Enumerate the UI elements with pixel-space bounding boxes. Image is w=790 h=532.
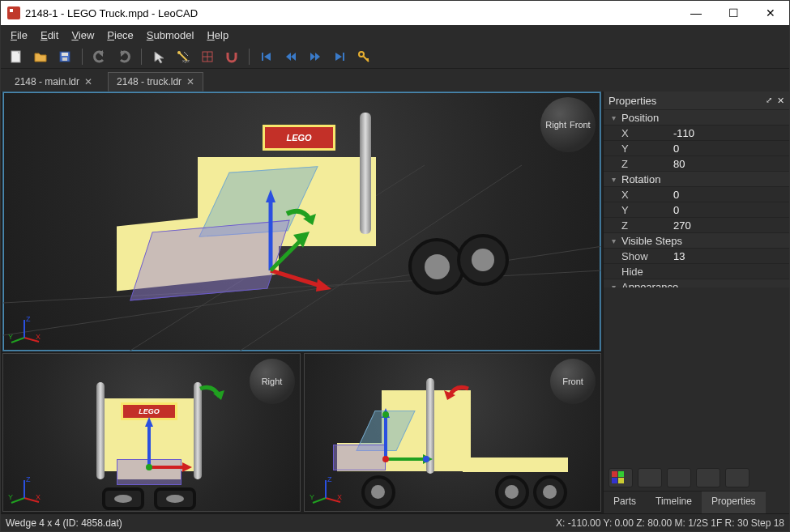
viewport-bottom-row: LEGO Right XYZ xyxy=(2,353,601,512)
menu-view[interactable]: View xyxy=(65,28,100,43)
step-forward-button[interactable] xyxy=(305,46,326,67)
menu-edit[interactable]: Edit xyxy=(34,28,65,43)
window-title: 2148-1 - LEGO Truck.mpd - LeoCAD xyxy=(25,7,198,19)
status-part-name: Wedge 4 x 4 (ID: 4858.dat) xyxy=(6,517,556,529)
field-rotation-z[interactable]: Z270 xyxy=(604,217,789,232)
menu-piece[interactable]: Piece xyxy=(100,28,140,43)
color-slot-4[interactable] xyxy=(725,468,749,487)
svg-point-44 xyxy=(146,464,152,470)
color-slot-3[interactable] xyxy=(696,468,720,487)
tab-truck-ldr[interactable]: 2148 - truck.ldr ✕ xyxy=(108,72,203,92)
viewport-right[interactable]: LEGO Right XYZ xyxy=(2,353,301,512)
group-position[interactable]: ▾Position xyxy=(604,109,789,125)
app-icon xyxy=(7,6,20,19)
transform-gizmo-icon[interactable] xyxy=(121,411,194,483)
app-window: 2148-1 - LEGO Truck.mpd - LeoCAD — ☐ ✕ F… xyxy=(0,0,790,532)
color-slot-1[interactable] xyxy=(638,468,662,487)
svg-text:xyz: xyz xyxy=(182,58,190,63)
statusbar: Wedge 4 x 4 (ID: 4858.dat) X: -110.00 Y:… xyxy=(1,513,789,531)
field-position-x[interactable]: X-110 xyxy=(604,125,789,140)
svg-rect-20 xyxy=(343,53,344,61)
menu-help[interactable]: Help xyxy=(200,28,235,43)
tab-timeline[interactable]: Timeline xyxy=(646,491,702,513)
field-show-step[interactable]: Show13 xyxy=(604,248,789,263)
svg-line-62 xyxy=(313,498,326,503)
viewsphere-label: Front xyxy=(570,120,591,130)
field-position-y[interactable]: Y0 xyxy=(604,140,789,155)
svg-text:X: X xyxy=(36,333,41,341)
status-coordinates: X: -110.00 Y: 0.00 Z: 80.00 M: 1/2S 1F R… xyxy=(556,517,784,529)
field-position-z[interactable]: Z80 xyxy=(604,155,789,171)
view-cube[interactable]: Right Front xyxy=(540,97,596,152)
tab-parts[interactable]: Parts xyxy=(604,491,646,513)
properties-body: ▾Position X-110 Y0 Z80 ▾Rotation X0 Y0 Z… xyxy=(604,109,789,287)
transform-button[interactable]: xyz xyxy=(173,46,194,67)
exhaust-pipe xyxy=(360,113,371,234)
step-back-button[interactable] xyxy=(280,46,301,67)
menu-file[interactable]: File xyxy=(4,28,34,43)
tab-properties[interactable]: Properties xyxy=(702,491,766,513)
lego-logo: LEGO xyxy=(263,125,335,151)
close-button[interactable]: ✕ xyxy=(752,1,789,25)
menu-submodel[interactable]: Submodel xyxy=(140,28,201,43)
svg-marker-16 xyxy=(286,53,291,61)
svg-marker-18 xyxy=(310,53,315,61)
panel-close-icon[interactable]: ✕ xyxy=(777,96,784,106)
truck-wheel xyxy=(457,234,509,286)
new-file-button[interactable] xyxy=(6,46,27,67)
group-rotation[interactable]: ▾Rotation xyxy=(604,171,789,186)
minimize-button[interactable]: — xyxy=(677,1,715,25)
snap-grid-button[interactable] xyxy=(197,46,218,67)
tab-label: 2148 - truck.ldr xyxy=(117,76,181,87)
properties-header: Properties ⤢ ✕ xyxy=(604,92,789,109)
step-last-button[interactable] xyxy=(329,46,350,67)
tab-close-icon[interactable]: ✕ xyxy=(84,76,92,87)
svg-rect-5 xyxy=(62,57,67,61)
view-cube[interactable]: Front xyxy=(550,359,596,404)
svg-text:X: X xyxy=(337,493,342,501)
svg-rect-69 xyxy=(618,478,624,483)
svg-marker-41 xyxy=(145,417,153,427)
svg-marker-17 xyxy=(291,53,296,61)
svg-marker-15 xyxy=(264,53,271,61)
transform-gizmo-icon[interactable] xyxy=(353,398,434,479)
svg-point-9 xyxy=(177,51,181,54)
color-picker-button[interactable] xyxy=(609,468,633,487)
open-file-button[interactable] xyxy=(30,46,51,67)
svg-marker-43 xyxy=(182,462,192,472)
tab-main-ldr[interactable]: 2148 - main.ldr ✕ xyxy=(6,72,101,92)
select-tool-button[interactable] xyxy=(148,46,169,67)
transform-gizmo-icon[interactable] xyxy=(246,181,344,295)
field-rotation-y[interactable]: Y0 xyxy=(604,202,789,217)
viewport-front[interactable]: Front XYZ xyxy=(304,353,602,512)
viewport-column: LEGO Right Front xyxy=(1,92,603,513)
field-rotation-x[interactable]: X0 xyxy=(604,186,789,202)
save-file-button[interactable] xyxy=(54,46,75,67)
viewport-perspective[interactable]: LEGO Right Front xyxy=(2,92,601,351)
panel-expand-icon[interactable]: ⤢ xyxy=(766,96,772,106)
group-visible-steps[interactable]: ▾Visible Steps xyxy=(604,232,789,248)
key-button[interactable] xyxy=(353,46,374,67)
color-slot-2[interactable] xyxy=(667,468,691,487)
view-cube[interactable]: Right xyxy=(250,359,295,404)
svg-text:Y: Y xyxy=(310,493,314,501)
titlebar: 2148-1 - LEGO Truck.mpd - LeoCAD — ☐ ✕ xyxy=(1,1,789,25)
svg-rect-66 xyxy=(612,471,617,477)
svg-text:Y: Y xyxy=(8,333,13,341)
svg-point-58 xyxy=(423,456,429,462)
tab-close-icon[interactable]: ✕ xyxy=(186,76,194,87)
snap-magnet-button[interactable] xyxy=(221,46,242,67)
axis-gizmo-icon: XYZ xyxy=(8,313,41,346)
redo-button[interactable] xyxy=(113,46,135,67)
field-hide-step[interactable]: Hide xyxy=(604,263,789,279)
svg-rect-4 xyxy=(62,53,68,56)
undo-button[interactable] xyxy=(89,46,110,67)
group-appearance[interactable]: ▾Appearance xyxy=(604,279,789,287)
svg-line-29 xyxy=(271,270,323,287)
svg-rect-68 xyxy=(612,478,617,483)
side-panel-tabs: Parts Timeline Properties xyxy=(604,491,789,513)
toolbar: xyz xyxy=(1,45,789,69)
step-first-button[interactable] xyxy=(256,46,277,67)
viewsphere-label: Right xyxy=(545,120,566,130)
maximize-button[interactable]: ☐ xyxy=(715,1,752,25)
